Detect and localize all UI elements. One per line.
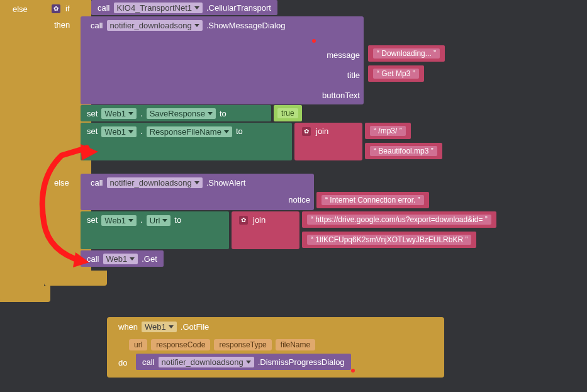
dropdown-notifier-1[interactable]: notifier_downloadsong <box>107 20 203 31</box>
dropdown-web1-e[interactable]: Web1 <box>142 322 177 332</box>
dropdown-url[interactable]: Url <box>147 215 171 226</box>
wrap-getmp3[interactable]: Get Mp3 <box>368 65 424 82</box>
text-driveid[interactable]: 1lfKCFUpq6K2smVnjXOTLwyJBzEULRbKR <box>307 235 471 245</box>
gear-icon[interactable] <box>239 216 248 225</box>
wrap-downloading[interactable]: Downloading... <box>368 45 445 62</box>
when-header: when Web1 .GotFile <box>112 320 215 334</box>
param-responseType[interactable]: responseType <box>214 339 271 350</box>
wrap-mp3dir[interactable]: /mp3/ <box>365 123 411 139</box>
join-header-2: join <box>235 213 272 227</box>
param-notice: notice <box>247 195 314 204</box>
dropdown-web1-d[interactable]: Web1 <box>103 254 138 264</box>
wrap-beautifool[interactable]: Beautifool.mp3 <box>365 143 442 159</box>
call-showdialog-header: call notifier_downloadsong .ShowMessageD… <box>84 18 291 33</box>
when-params: url responseCode responseType fileName <box>123 337 321 352</box>
set-url[interactable]: set Web1 . Url to <box>81 211 229 249</box>
join-header-1: join <box>298 125 335 138</box>
dropdown-web1-c[interactable]: Web1 <box>101 215 137 226</box>
text-beautifool[interactable]: Beautifool.mp3 <box>370 146 437 156</box>
call-cellular[interactable]: call KIO4_TransportNet1 .CellularTranspo… <box>91 0 277 15</box>
if-block-bottom <box>44 271 107 286</box>
true-value: true <box>277 108 298 118</box>
dropdown-notifier-3[interactable]: notifier_downloadsong <box>159 357 254 367</box>
set-saveresponse[interactable]: set Web1 . SaveResponse to <box>81 105 271 121</box>
wrap-inet[interactable]: Internet Connection error. <box>316 192 429 208</box>
gear-icon[interactable] <box>52 4 60 13</box>
dropdown-notifier-2[interactable]: notifier_downloadsong <box>107 177 203 188</box>
call-dismiss[interactable]: call notifier_downloadsong .DismissProgr… <box>136 354 351 370</box>
dropdown-web1-a[interactable]: Web1 <box>101 108 137 119</box>
gear-icon[interactable] <box>302 127 311 136</box>
outer-else-label: else <box>6 3 34 16</box>
dropdown-web1-b[interactable]: Web1 <box>101 126 137 137</box>
method-cellular: .CellularTransport <box>206 3 271 13</box>
param-message: message <box>297 50 364 60</box>
param-fileName[interactable]: fileName <box>276 339 315 350</box>
then-label: then <box>48 18 76 31</box>
text-getmp3[interactable]: Get Mp3 <box>373 69 419 79</box>
error-dot <box>312 39 316 43</box>
param-responseCode[interactable]: responseCode <box>151 339 210 350</box>
dropdown-kio4[interactable]: KIO4_TransportNet1 <box>114 3 203 13</box>
if-keyword: if <box>65 4 70 13</box>
true-block[interactable]: true <box>274 105 302 121</box>
text-downloading[interactable]: Downloading... <box>373 48 440 59</box>
dropdown-responsefilename[interactable]: ResponseFileName <box>147 126 232 137</box>
param-title: title <box>297 70 364 80</box>
if-row: if <box>48 2 76 15</box>
wrap-driveurl[interactable]: https://drive.google.com/us?export=downl… <box>302 211 496 228</box>
error-dot <box>351 369 355 372</box>
text-driveurl[interactable]: https://drive.google.com/us?export=downl… <box>307 215 491 225</box>
inner-else-label: else <box>48 176 75 189</box>
do-label: do <box>112 356 133 369</box>
param-url[interactable]: url <box>129 339 147 350</box>
dropdown-saveresponse[interactable]: SaveResponse <box>147 108 216 119</box>
text-inet[interactable]: Internet Connection error. <box>321 195 424 205</box>
set-responsefilename[interactable]: set Web1 . ResponseFileName to <box>81 123 292 160</box>
param-buttonText: buttonText <box>297 91 364 100</box>
outer-else-bottom <box>0 286 50 302</box>
text-mp3dir[interactable]: /mp3/ <box>370 126 406 136</box>
call-get[interactable]: call Web1 .Get <box>81 250 164 267</box>
outer-else-block[interactable] <box>0 0 44 302</box>
call-showalert-header: call notifier_downloadsong .ShowAlert <box>84 176 252 190</box>
wrap-driveid[interactable]: 1lfKCFUpq6K2smVnjXOTLwyJBzEULRbKR <box>302 232 476 248</box>
call-keyword: call <box>98 3 110 13</box>
